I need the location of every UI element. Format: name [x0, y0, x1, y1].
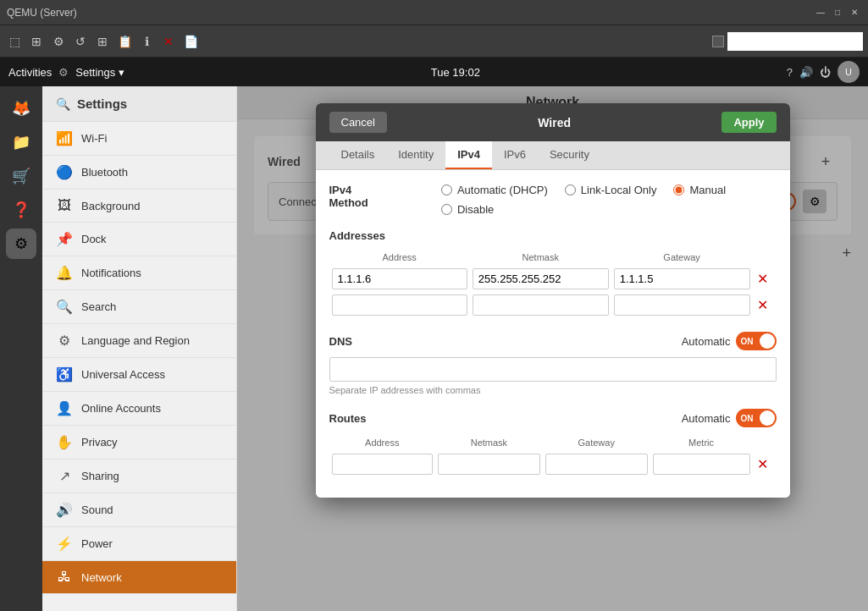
dock-item-settings[interactable]: ⚙: [6, 228, 36, 259]
radio-auto-dhcp-input[interactable]: [441, 184, 452, 195]
sidebar-item-sound-label: Sound: [81, 504, 113, 516]
tab-security[interactable]: Security: [538, 141, 601, 169]
sidebar-item-language-label: Language and Region: [81, 334, 190, 347]
toolbar-icon-2[interactable]: ⊞: [27, 32, 46, 51]
tab-identity[interactable]: Identity: [386, 141, 445, 169]
sidebar-item-search[interactable]: 🔍 Search: [42, 290, 236, 324]
activities-button[interactable]: Activities: [8, 66, 52, 79]
toolbar-search-input[interactable]: [727, 32, 863, 51]
sidebar-item-privacy[interactable]: ✋ Privacy: [42, 426, 236, 460]
settings-panel: 🔍 Settings 📶 Wi-Fi 🔵 Bluetooth 🖼 Backgro…: [42, 86, 237, 611]
addr-row1-netmask[interactable]: [473, 268, 609, 289]
sidebar-item-bluetooth[interactable]: 🔵 Bluetooth: [42, 156, 236, 190]
sidebar-item-sound[interactable]: 🔊 Sound: [42, 493, 236, 527]
maximize-button[interactable]: □: [831, 6, 844, 19]
dns-auto-label: Automatic: [682, 335, 731, 348]
toolbar-icon-settings[interactable]: ⚙: [49, 32, 68, 51]
radio-disable[interactable]: Disable: [441, 203, 494, 216]
tab-ipv4[interactable]: IPv4: [445, 141, 492, 169]
sidebar-item-sharing[interactable]: ↗ Sharing: [42, 460, 236, 493]
radio-link-local[interactable]: Link-Local Only: [565, 184, 657, 196]
toolbar-icon-info[interactable]: ℹ: [137, 32, 156, 51]
sidebar-item-background[interactable]: 🖼 Background: [42, 190, 236, 223]
route-row1-netmask[interactable]: [438, 454, 540, 475]
table-row: ✕: [329, 292, 777, 318]
dialog-tabs: Details Identity IPv4 IPv6 Security: [316, 141, 790, 170]
addr-row2-address[interactable]: [332, 294, 467, 316]
addr-row1-delete[interactable]: ✕: [755, 269, 770, 289]
wired-dialog: Cancel Wired Apply Details Identity IPv4…: [316, 103, 790, 498]
toolbar-icon-1[interactable]: ⬚: [5, 32, 24, 51]
tray-sound-icon[interactable]: 🔊: [799, 66, 813, 79]
sidebar-item-language[interactable]: ⚙ Language and Region: [42, 324, 236, 358]
radio-auto-dhcp-label: Automatic (DHCP): [457, 184, 548, 196]
addresses-section: Addresses Address Netmask Gateway: [329, 229, 777, 318]
dialog-overlay: Cancel Wired Apply Details Identity IPv4…: [237, 86, 868, 611]
dns-input[interactable]: [329, 357, 777, 382]
routes-col-address: Address: [329, 434, 435, 451]
radio-manual-label: Manual: [689, 184, 726, 196]
radio-group: Automatic (DHCP) Link-Local Only Manual: [441, 184, 777, 216]
dock-item-firefox[interactable]: 🦊: [6, 93, 36, 124]
toolbar-icon-stop[interactable]: ✕: [159, 32, 178, 51]
toolbar-icon-windows[interactable]: ⊞: [93, 32, 112, 51]
addr-row2-netmask[interactable]: [473, 294, 609, 316]
sidebar-item-notifications[interactable]: 🔔 Notifications: [42, 256, 236, 290]
dock-item-help[interactable]: ❓: [6, 195, 36, 225]
addr-row1-gateway[interactable]: [614, 268, 750, 289]
route-row1-metric[interactable]: [653, 454, 750, 475]
radio-manual[interactable]: Manual: [673, 184, 726, 196]
sidebar-item-power[interactable]: ⚡ Power: [42, 527, 236, 561]
routes-auto-label: Automatic: [682, 412, 731, 425]
bluetooth-icon: 🔵: [56, 164, 73, 180]
sidebar-item-dock[interactable]: 📌 Dock: [42, 223, 236, 256]
routes-col-netmask: Netmask: [435, 434, 543, 451]
user-avatar[interactable]: U: [838, 61, 860, 83]
dns-title: DNS: [329, 335, 352, 348]
addr-row2-delete[interactable]: ✕: [755, 295, 770, 315]
routes-section: Routes Automatic ON: [329, 409, 777, 477]
sidebar-item-universal-access-label: Universal Access: [81, 368, 165, 381]
dns-toggle[interactable]: ON: [736, 332, 777, 350]
dock-icon: 📌: [56, 231, 73, 247]
radio-disable-input[interactable]: [441, 204, 452, 215]
tab-details[interactable]: Details: [329, 141, 387, 169]
routes-toggle[interactable]: ON: [736, 409, 777, 427]
dns-toggle-knob: [760, 333, 775, 349]
sidebar-item-wifi-label: Wi-Fi: [81, 132, 107, 145]
toolbar-icon-clipboard[interactable]: 📋: [115, 32, 134, 51]
sidebar-item-online-accounts[interactable]: 👤 Online Accounts: [42, 392, 236, 426]
dialog-title: Wired: [538, 116, 571, 129]
minimize-button[interactable]: —: [814, 6, 827, 19]
network-icon: 🖧: [56, 570, 73, 585]
radio-link-local-input[interactable]: [565, 184, 576, 195]
route-row1-gateway[interactable]: [545, 454, 648, 475]
sidebar-item-universal-access[interactable]: ♿ Universal Access: [42, 358, 236, 392]
settings-menu[interactable]: Settings ▾: [75, 66, 124, 79]
dialog-cancel-button[interactable]: Cancel: [329, 112, 387, 133]
toolbar-icon-refresh[interactable]: ↺: [71, 32, 90, 51]
sidebar-item-wifi[interactable]: 📶 Wi-Fi: [42, 122, 236, 156]
radio-manual-input[interactable]: [673, 184, 684, 195]
route-row1-delete[interactable]: ✕: [755, 454, 770, 474]
radio-auto-dhcp[interactable]: Automatic (DHCP): [441, 184, 548, 196]
dock-item-files[interactable]: 📁: [6, 127, 36, 157]
routes-title: Routes: [329, 412, 367, 425]
method-row: IPv4 Method Automatic (DHCP) Link-Local …: [329, 184, 777, 216]
tray-help-icon[interactable]: ?: [787, 66, 793, 79]
addr-row2-gateway[interactable]: [614, 294, 750, 316]
sidebar-item-network[interactable]: 🖧 Network: [42, 561, 236, 594]
route-row1-address[interactable]: [332, 454, 433, 475]
notifications-icon: 🔔: [56, 265, 73, 281]
dialog-apply-button[interactable]: Apply: [721, 112, 776, 133]
close-button[interactable]: ✕: [848, 6, 861, 19]
toolbar-icon-doc[interactable]: 📄: [181, 32, 200, 51]
radio-disable-label: Disable: [457, 203, 494, 216]
routes-auto-group: Automatic ON: [682, 409, 777, 427]
tray-power-icon[interactable]: ⏻: [820, 66, 831, 79]
sidebar-item-search-label: Search: [81, 300, 116, 313]
addr-row1-address[interactable]: [332, 268, 467, 289]
tab-ipv6[interactable]: IPv6: [492, 141, 538, 169]
dock-item-store[interactable]: 🛒: [6, 161, 36, 191]
routes-toggle-label: ON: [741, 414, 754, 423]
